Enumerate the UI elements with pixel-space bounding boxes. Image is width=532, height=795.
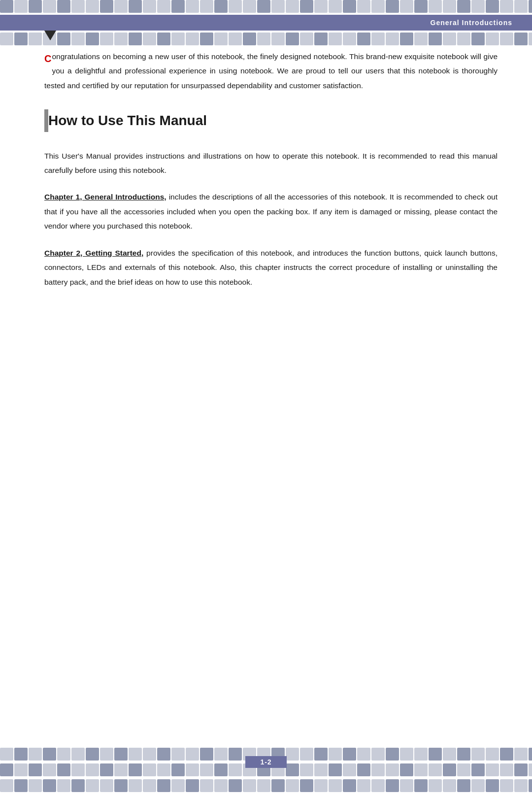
grid-tile xyxy=(214,33,228,45)
grid-tile xyxy=(29,0,42,13)
grid-tile xyxy=(100,0,113,13)
grid-tile xyxy=(114,0,128,13)
grid-tile xyxy=(386,0,399,13)
grid-tile xyxy=(457,33,470,45)
grid-tile xyxy=(386,33,399,45)
paragraph-1-text: This User's Manual provides instructions… xyxy=(44,152,498,174)
section-heading: How to Use This Manual xyxy=(44,107,498,133)
grid-tile xyxy=(71,33,85,45)
grid-tile xyxy=(157,0,170,13)
grid-tile xyxy=(443,33,456,45)
grid-tile xyxy=(471,33,485,45)
grid-tile xyxy=(86,33,99,45)
grid-tile xyxy=(357,779,370,792)
grid-tile xyxy=(186,779,199,792)
grid-tile xyxy=(371,0,385,13)
grid-tile xyxy=(471,0,485,13)
drop-cap-letter: C xyxy=(44,49,51,68)
grid-tile xyxy=(229,779,242,792)
grid-tile xyxy=(200,0,213,13)
grid-tile xyxy=(357,0,370,13)
grid-tile xyxy=(229,33,242,45)
grid-tile xyxy=(86,0,99,13)
grid-tile xyxy=(314,0,328,13)
grid-tile xyxy=(429,33,442,45)
grid-tile xyxy=(514,779,528,792)
grid-tile xyxy=(386,779,399,792)
chapter2-link: Chapter 2, Getting Started, xyxy=(44,249,143,257)
paragraph-chapter2: Chapter 2, Getting Started, provides the… xyxy=(44,246,498,289)
grid-tile xyxy=(43,779,56,792)
grid-tile xyxy=(529,0,532,13)
grid-tile xyxy=(57,779,70,792)
grid-tile xyxy=(29,779,42,792)
grid-tile xyxy=(186,33,199,45)
grid-tile xyxy=(271,33,285,45)
grid-tile xyxy=(171,779,185,792)
grid-tile xyxy=(400,33,413,45)
grid-tile xyxy=(400,0,413,13)
grid-tile xyxy=(29,33,42,45)
grid-tile xyxy=(314,33,328,45)
intro-text: ongratulations on becoming a new user of… xyxy=(44,52,498,90)
grid-tile xyxy=(514,0,528,13)
grid-tile xyxy=(171,0,185,13)
grid-tile xyxy=(43,0,56,13)
grid-tile xyxy=(114,779,128,792)
grid-tile xyxy=(300,33,313,45)
grid-tile xyxy=(329,779,342,792)
grid-tile xyxy=(286,779,299,792)
grid-tile xyxy=(500,33,513,45)
grid-tile xyxy=(0,0,13,13)
grid-tile xyxy=(200,33,213,45)
grid-tile xyxy=(129,779,142,792)
grid-tile xyxy=(314,779,328,792)
grid-tile xyxy=(286,33,299,45)
grid-tile xyxy=(271,779,285,792)
grid-tile xyxy=(14,779,28,792)
grid-tile xyxy=(100,779,113,792)
bottom-decorative-grid xyxy=(0,741,532,795)
paragraph-chapter1: Chapter 1, General Introductions, includ… xyxy=(44,190,498,233)
grid-tile xyxy=(57,0,70,13)
grid-tile xyxy=(14,33,28,45)
grid-tile xyxy=(157,33,170,45)
grid-tile xyxy=(443,0,456,13)
grid-tile xyxy=(100,33,113,45)
grid-tile xyxy=(0,779,13,792)
grid-tile xyxy=(157,779,170,792)
paragraph-1: This User's Manual provides instructions… xyxy=(44,149,498,178)
grid-tile xyxy=(200,779,213,792)
grid-tile xyxy=(329,0,342,13)
grid-tile xyxy=(286,0,299,13)
grid-tile xyxy=(271,0,285,13)
grid-tile xyxy=(143,33,156,45)
grid-tile xyxy=(343,33,356,45)
grid-tile xyxy=(414,0,428,13)
grid-tile xyxy=(471,779,485,792)
grid-tile xyxy=(486,0,499,13)
grid-tile xyxy=(143,0,156,13)
grid-tile xyxy=(186,0,199,13)
grid-tile xyxy=(343,779,356,792)
grid-tile xyxy=(57,33,70,45)
grid-tile xyxy=(143,779,156,792)
grid-tile xyxy=(400,779,413,792)
grid-tile xyxy=(229,0,242,13)
header-bar: General Introductions xyxy=(0,15,532,31)
grid-tile xyxy=(300,779,313,792)
grid-tile xyxy=(129,0,142,13)
grid-tile xyxy=(243,0,256,13)
grid-tile xyxy=(171,33,185,45)
grid-tile xyxy=(371,33,385,45)
grid-tile xyxy=(257,33,270,45)
page-number: 1-2 xyxy=(245,756,286,768)
intro-paragraph: Congratulations on becoming a new user o… xyxy=(44,49,498,93)
grid-tile xyxy=(414,33,428,45)
grid-tile xyxy=(529,33,532,45)
grid-tile xyxy=(500,779,513,792)
grid-tile xyxy=(343,0,356,13)
grid-tile xyxy=(529,779,532,792)
grid-tile xyxy=(257,779,270,792)
grid-tile xyxy=(500,0,513,13)
